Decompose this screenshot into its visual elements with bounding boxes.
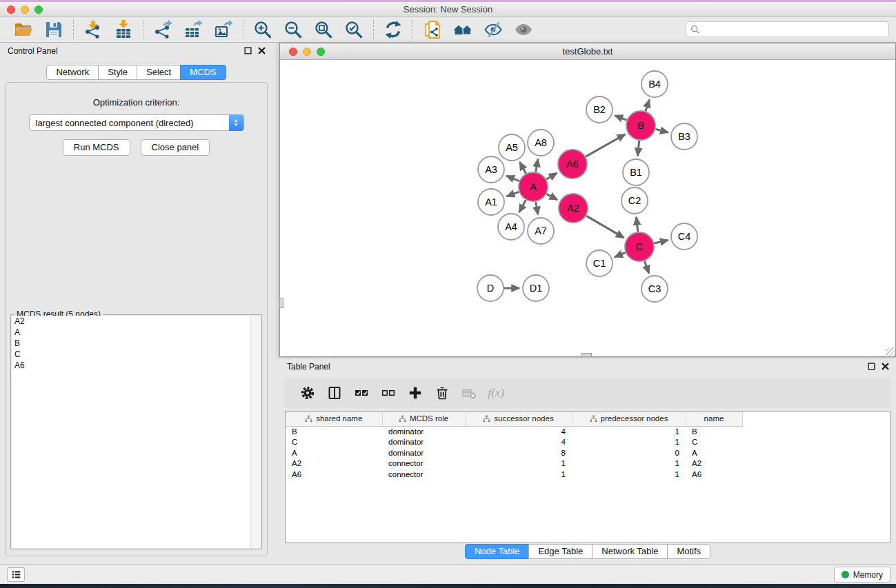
graph-node-B1[interactable]: B1 — [623, 159, 649, 185]
select-all-icon[interactable] — [351, 384, 372, 402]
table-cell[interactable]: 1 — [465, 458, 572, 469]
graph-edge-A2-C[interactable] — [586, 216, 624, 238]
table-row[interactable]: A2connector11A2 — [286, 458, 890, 469]
table-cell[interactable]: 4 — [465, 437, 572, 448]
export-image-icon[interactable] — [213, 19, 234, 40]
table-cell[interactable]: B — [686, 426, 742, 437]
graph-edge-A-A5[interactable] — [519, 162, 526, 174]
tab-select[interactable]: Select — [137, 65, 181, 80]
table-cell[interactable]: A2 — [686, 458, 742, 469]
graph-node-A7[interactable]: A7 — [528, 218, 554, 244]
hide-selected-icon[interactable] — [483, 19, 504, 40]
graph-node-A4[interactable]: A4 — [498, 214, 524, 240]
table-tab-edge-table[interactable]: Edge Table — [528, 544, 593, 559]
graph-edge-B-B1[interactable] — [637, 141, 639, 156]
table-tab-network-table[interactable]: Network Table — [592, 544, 668, 559]
tab-network[interactable]: Network — [46, 65, 99, 80]
graph-edge-C-C2[interactable] — [636, 217, 637, 232]
close-table-panel-icon[interactable] — [882, 363, 889, 370]
graph-edge-A-A6[interactable] — [546, 173, 557, 179]
graph-node-C2[interactable]: C2 — [621, 187, 648, 214]
graph-node-B2[interactable]: B2 — [586, 97, 613, 123]
table-cell[interactable]: dominator — [382, 426, 465, 437]
graph-node-C4[interactable]: C4 — [671, 223, 697, 250]
column-header-successor-nodes[interactable]: successor nodes — [465, 412, 572, 426]
criterion-select[interactable]: largest connected component (directed) ▲… — [29, 114, 244, 131]
import-network-icon[interactable] — [83, 19, 103, 40]
network-canvas[interactable]: B4B2BB3A5A8A6A3B1AA1C2A2A4A7C4CC1C3DD1 — [280, 60, 895, 356]
graph-node-C[interactable]: C — [625, 232, 654, 261]
task-history-button[interactable] — [7, 567, 25, 582]
graph-node-A8[interactable]: A8 — [528, 130, 554, 156]
table-row[interactable]: Adominator80A — [286, 447, 890, 458]
graph-edge-A-A3[interactable] — [506, 176, 519, 181]
graph-node-D1[interactable]: D1 — [523, 275, 549, 301]
graph-edge-C-C4[interactable] — [654, 240, 668, 243]
close-panel-icon[interactable] — [258, 47, 266, 54]
tab-mcds[interactable]: MCDS — [180, 65, 226, 80]
graph-edge-A-A4[interactable] — [519, 200, 526, 212]
table-cell[interactable]: C — [286, 437, 382, 448]
table-cell[interactable]: A — [686, 447, 742, 458]
column-layout-icon[interactable] — [324, 384, 345, 402]
table-cell[interactable]: A6 — [686, 469, 742, 480]
graph-node-A2[interactable]: A2 — [559, 194, 588, 223]
float-panel-icon[interactable] — [244, 47, 252, 54]
search-field[interactable] — [686, 21, 889, 37]
graph-edge-A-A1[interactable] — [507, 192, 519, 196]
delete-column-icon[interactable] — [432, 384, 452, 402]
graph-edge-C-C1[interactable] — [615, 252, 625, 256]
graph-node-C3[interactable]: C3 — [641, 276, 668, 302]
memory-button[interactable]: Memory — [834, 567, 890, 582]
run-mcds-button[interactable]: Run MCDS — [63, 139, 130, 156]
graph-edge-B-B2[interactable] — [615, 116, 626, 121]
table-cell[interactable]: 1 — [572, 437, 686, 448]
tab-style[interactable]: Style — [98, 65, 137, 80]
add-column-icon[interactable] — [405, 384, 426, 402]
graph-edge-B-B4[interactable] — [646, 100, 649, 111]
table-cell[interactable]: C — [686, 437, 742, 448]
column-header-name[interactable]: name — [686, 412, 742, 426]
mcds-result-item[interactable]: B — [12, 338, 250, 349]
graph-edge-C-C3[interactable] — [644, 261, 648, 274]
bottom-divider-grip[interactable] — [581, 353, 592, 357]
column-header-shared-name[interactable]: shared name — [286, 412, 382, 426]
table-tab-node-table[interactable]: Node Table — [465, 544, 530, 559]
table-row[interactable]: Bdominator41B — [286, 426, 890, 437]
table-cell[interactable]: dominator — [382, 447, 465, 458]
show-all-icon[interactable] — [513, 19, 534, 40]
table-cell[interactable]: 4 — [465, 426, 572, 437]
network-document-icon[interactable] — [422, 19, 443, 40]
export-network-icon[interactable] — [152, 19, 173, 40]
column-header-mcds-role[interactable]: MCDS role — [382, 412, 465, 426]
table-cell[interactable]: dominator — [382, 437, 465, 448]
graph-edge-A-A8[interactable] — [536, 159, 538, 172]
zoom-in-icon[interactable] — [252, 19, 273, 40]
graph-node-A1[interactable]: A1 — [478, 189, 504, 215]
float-table-panel-icon[interactable] — [868, 363, 875, 370]
table-cell[interactable]: A2 — [286, 458, 382, 469]
table-cell[interactable]: A6 — [286, 469, 382, 480]
graph-node-A6[interactable]: A6 — [558, 150, 587, 179]
refresh-layout-icon[interactable] — [383, 19, 404, 40]
table-row[interactable]: A6connector11A6 — [286, 469, 890, 480]
result-scrollbar[interactable] — [250, 316, 261, 548]
table-cell[interactable]: A — [286, 447, 382, 458]
table-cell[interactable]: B — [286, 426, 382, 437]
mcds-result-item[interactable]: A6 — [12, 360, 250, 371]
left-divider-grip[interactable] — [279, 298, 283, 308]
table-cell[interactable]: 8 — [465, 447, 572, 458]
resize-corner-grip[interactable] — [886, 347, 895, 356]
table-cell[interactable]: 1 — [465, 469, 572, 480]
graph-node-B[interactable]: B — [626, 111, 655, 140]
table-row[interactable]: Cdominator41C — [286, 437, 890, 448]
table-cell[interactable]: connector — [382, 469, 465, 480]
column-header-predecessor-nodes[interactable]: predecessor nodes — [572, 412, 686, 426]
mcds-result-item[interactable]: A2 — [12, 316, 250, 327]
graph-edge-A6-B[interactable] — [586, 134, 625, 156]
import-table-icon[interactable] — [113, 19, 134, 40]
mcds-result-item[interactable]: C — [12, 349, 250, 360]
graph-edge-A-A7[interactable] — [536, 202, 538, 215]
graph-node-C1[interactable]: C1 — [586, 250, 613, 276]
zoom-out-icon[interactable] — [283, 19, 303, 40]
